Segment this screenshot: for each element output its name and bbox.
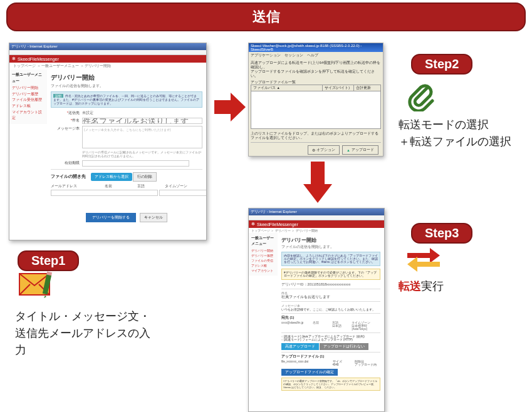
- sidebar-item[interactable]: マイアカウント: [251, 268, 275, 273]
- field-label-destination: 送信先: [51, 110, 82, 116]
- file-section-label: アップロードファイル (1): [281, 354, 380, 359]
- message-footer-note: デリバリーの受信メールに記載されるメッセージです。メッセージ本文にファイルが同時…: [82, 150, 202, 158]
- fast-upload-button[interactable]: 高速アップロード: [281, 343, 319, 350]
- arrow-down-icon: [302, 160, 333, 207]
- page-subtitle: ファイルの送信を開始します。: [51, 83, 202, 89]
- bottom-warn: #デリバリーの最終アップロード前期限です。「ok」ボタンでアップロードファイルの…: [281, 378, 380, 391]
- applet-desc2: アップロードするファイルを確認ボタンを押下して転送を確定してください。: [251, 70, 381, 78]
- app-logo: SkeedFileMessenger: [249, 220, 384, 228]
- sidebar: 一般ユーザーメニュー デリバリー開始 デリバリー履歴 ファイル受信履歴 アドレス…: [9, 70, 47, 124]
- col-count[interactable]: 合計更新: [354, 85, 380, 91]
- pencil-icon: [43, 270, 59, 298]
- breadcrumb: トップページ ＞ デリバリー ＞ デリバリー開始: [249, 228, 384, 233]
- envelope-icon: [19, 273, 54, 302]
- window-titlebar: デリバリ - Internet Explorer: [9, 43, 206, 50]
- sidebar-item[interactable]: アドレス帳: [12, 103, 44, 110]
- main-content: デリバリー開始 ファイルの送信を開始します。 説明 件名・宛先とあれが希望のファ…: [47, 70, 206, 226]
- svg-rect-1: [43, 274, 51, 295]
- clear-row-button[interactable]: 行の削除: [133, 172, 157, 182]
- info-box: 説明 件名・宛先とあれが希望のファイルを、一回、同一に送ることのみ可能、等にする…: [51, 91, 202, 108]
- window-titlebar: デリバリ - Internet Explorer: [249, 209, 384, 215]
- sidebar-item[interactable]: デリバリー履歴: [12, 91, 44, 98]
- app-logo: SkeedFileMessenger: [9, 55, 206, 63]
- step3-caption: 転送実行: [399, 278, 444, 295]
- browser-toolbar: [9, 50, 206, 55]
- sidebar-item[interactable]: ファイルの受信: [251, 258, 275, 263]
- transfer-arrows-icon: [406, 245, 441, 276]
- step1-caption: タイトル・メッセージ文・送信先メールアドレスの入力: [15, 308, 153, 359]
- field-label-expire: 有効期限: [51, 160, 82, 166]
- addr-name-input[interactable]: [159, 190, 207, 196]
- col-size[interactable]: サイズ(バイト): [323, 85, 354, 91]
- sidebar-item[interactable]: デリバリー開始: [12, 85, 44, 91]
- sidebar-item[interactable]: アドレス帳: [251, 263, 275, 268]
- drop-hint: 上のリストにファイルをドロップ、または右のボタンよりアップロードするファイルを選…: [251, 131, 381, 140]
- gear-icon: ⚙: [312, 148, 315, 152]
- message-textarea[interactable]: (メッセージ本文を入力する。こちらにもご利用いただけます): [82, 126, 202, 148]
- sidebar-item[interactable]: ファイル受信履歴: [12, 97, 44, 103]
- main-content: デリバリー開始 ファイルの送信を開始します。 内容を確認し、よろしければ下のタブ…: [278, 233, 384, 394]
- sidebar-header: 一般ユーザーメニュー: [12, 72, 44, 84]
- field-label-subject: 件名: [51, 118, 82, 123]
- diagram-canvas: デリバリ - Internet Explorer SkeedFileMessen…: [0, 38, 532, 412]
- upload-arrow-icon: ▲: [347, 148, 350, 152]
- main-header: 送信: [6, 3, 526, 31]
- subject-value: 社員ファイルをお送りします: [281, 295, 380, 299]
- col-name: 名前: [105, 184, 137, 188]
- col-tz: タイムゾーン: [165, 184, 203, 188]
- info-text: 件名・宛先とあれが希望のファイルを、一回、同一に送ることのみ可能、等にすることが…: [53, 94, 199, 105]
- skip-upload-button[interactable]: アップロードは行わない: [320, 343, 368, 350]
- file-table-header: ファイルパス ▲ サイズ(バイト) 合計更新: [251, 85, 381, 91]
- destination-value: 未設定: [82, 110, 202, 116]
- filedest-label: ファイルの開き先: [51, 174, 86, 178]
- col-filepath[interactable]: ファイルパス ▲: [251, 85, 323, 91]
- deliv-id-label: デリバリーID：: [281, 282, 308, 286]
- file-name: file_xxxxxxx_xxxx.dat: [281, 360, 330, 366]
- step2-caption: 転送モードの選択 ＋転送ファイルの選択: [399, 116, 511, 150]
- addressbook-button[interactable]: アドレス帳から選択: [91, 173, 132, 181]
- list-header-label: アップロードファイル一覧: [251, 80, 381, 85]
- sidebar-header: 一般ユーザーメニュー: [251, 235, 275, 247]
- screenshot-step2: Skeed Washer@sock.jp@sfwith.skeed.jp:818…: [248, 43, 383, 157]
- sidebar: 一般ユーザーメニュー デリバリー開始 デリバリー履歴 ファイルの受信 アドレス帳…: [249, 233, 278, 276]
- cancel-button[interactable]: キャンセル: [140, 213, 167, 222]
- browser-toolbar: [249, 215, 384, 220]
- paperclip-icon: [406, 81, 436, 114]
- addr-mail-input[interactable]: [51, 190, 158, 196]
- field-label-message: メッセージ本: [51, 126, 82, 131]
- deliv-id: 2011051818xxxxxxxxxxxxxx: [308, 282, 351, 286]
- applet-titlebar: Skeed Washer@sock.jp@sfwith.skeed.jp:818…: [249, 43, 383, 52]
- screenshot-step3: デリバリ - Internet Explorer SkeedFileMessen…: [248, 208, 385, 412]
- file-drop-area[interactable]: [251, 91, 381, 129]
- start-delivery-button[interactable]: デリバリーを開始する: [86, 213, 136, 222]
- arrow-right-icon: [213, 91, 247, 125]
- step2-badge: Step2: [411, 54, 472, 75]
- confirm-upload-button[interactable]: アップロードファイルの確定: [281, 369, 338, 376]
- screenshot-step1: デリバリ - Internet Explorer SkeedFileMessen…: [9, 43, 207, 240]
- page-title: デリバリー開始: [281, 237, 380, 244]
- upload-button[interactable]: ▲アップロード: [342, 145, 378, 155]
- col-mail: メールアドレス: [51, 184, 105, 188]
- step1-badge: Step1: [18, 250, 79, 271]
- sidebar-item[interactable]: マイアカウント設定: [12, 110, 44, 121]
- applet-menubar[interactable]: アプリケーション セッション ヘルプ: [249, 52, 383, 59]
- warn-box: #デリバリーの最終期限ですので必要がございます。下の「アップロードファイルの確定…: [281, 269, 380, 280]
- info-box: 内容を確認し、よろしければ下のタブにある「アップロードファイルの確定」ボタンをク…: [281, 252, 380, 266]
- sidebar-item[interactable]: デリバリー履歴: [251, 253, 275, 258]
- sidebar-item[interactable]: デリバリー開始: [251, 248, 275, 253]
- page-title: デリバリー開始: [51, 73, 202, 82]
- step3-badge: Step3: [411, 223, 472, 244]
- applet-desc1: 高速アップローダによる転送モード(上り64個並列/下り画面上の転送中の枠を確認)…: [251, 61, 381, 70]
- page-subtitle: ファイルの送信を開始します。: [281, 245, 380, 249]
- message-value: いつもお世話様です。ここに、ご確認よろしくお願いいたします。: [281, 307, 380, 311]
- addr-mail: xxxx@skeedfm.jp: [281, 321, 310, 331]
- radio-form[interactable]: ○ [高速モード] フォームによるアップロード (HTTP): [281, 338, 380, 341]
- subject-input[interactable]: [82, 118, 202, 124]
- addr-section-label: 宛先 (1): [281, 316, 380, 320]
- main-header-title: 送信: [253, 9, 280, 24]
- col-lang: 言語: [137, 184, 164, 188]
- expire-input[interactable]: [82, 160, 189, 167]
- option-button[interactable]: ⚙オプション: [308, 145, 340, 155]
- breadcrumb: トップページ ＞ 一般ユーザーメニュー ＞ デリバリー開始: [9, 63, 206, 70]
- addr-name: 名前: [313, 321, 330, 331]
